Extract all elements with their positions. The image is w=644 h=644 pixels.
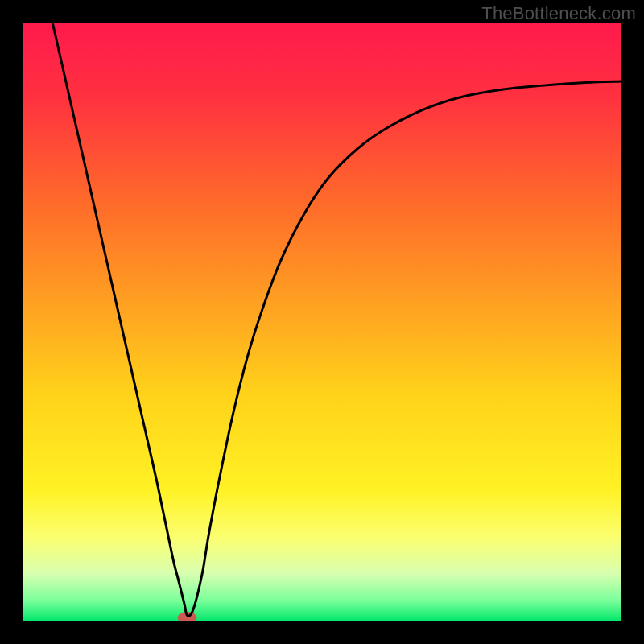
chart-frame <box>23 23 621 621</box>
gradient-background <box>23 23 621 621</box>
watermark-text: TheBottleneck.com <box>481 3 636 24</box>
chart-plot <box>23 23 621 621</box>
